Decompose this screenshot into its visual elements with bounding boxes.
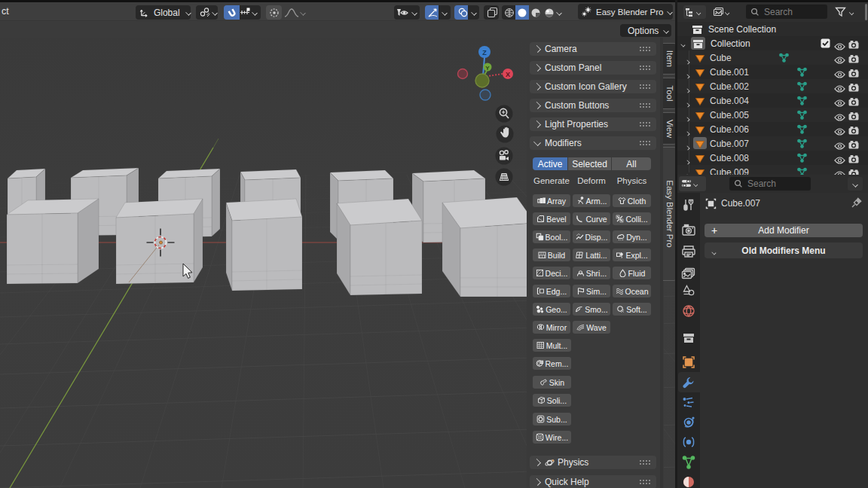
svg-text:Y: Y [485, 65, 490, 72]
svg-text:X: X [506, 71, 510, 78]
svg-text:Z: Z [482, 49, 487, 56]
